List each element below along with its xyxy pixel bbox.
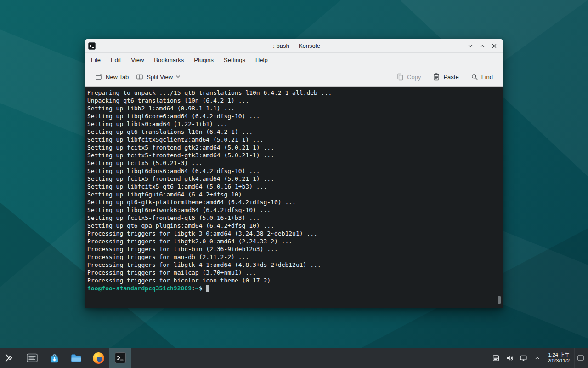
- konsole-icon: [114, 352, 126, 364]
- konsole-window: ~ : bash — Konsole File Edit View Bookma…: [85, 39, 503, 308]
- terminal-line: Setting up libqt6dbus6:amd64 (6.4.2+dfsg…: [87, 167, 497, 175]
- caret-up-icon: [534, 355, 541, 362]
- terminal-output[interactable]: Preparing to unpack .../15-qt6-translati…: [85, 87, 503, 308]
- toolbar-right-group: Copy Paste Find: [393, 70, 497, 83]
- copy-icon: [396, 73, 404, 80]
- minimize-button[interactable]: [466, 42, 475, 50]
- terminal-line: Processing triggers for libc-bin (2.36-9…: [87, 245, 497, 253]
- split-view-button[interactable]: Split View: [132, 70, 184, 83]
- terminal-line: Setting up fcitx5-frontend-qt6 (5.0.16-1…: [87, 214, 497, 222]
- menu-plugins[interactable]: Plugins: [190, 54, 218, 66]
- new-tab-label: New Tab: [106, 74, 129, 80]
- show-desktop-icon: [577, 354, 584, 362]
- prompt-path: ~: [195, 284, 199, 292]
- scrollbar-thumb[interactable]: [498, 296, 501, 304]
- terminal-line: Setting up fcitx5 (5.0.21-3) ...: [87, 159, 497, 167]
- find-button[interactable]: Find: [467, 70, 497, 83]
- prompt-user-host: foo@foo-standardpcq35ich92009: [87, 284, 192, 292]
- prompt-symbol: $: [199, 284, 203, 292]
- terminal-line: Processing triggers for man-db (2.11.2-2…: [87, 253, 497, 261]
- close-button[interactable]: [490, 42, 498, 50]
- window-title: ~ : bash — Konsole: [85, 42, 503, 49]
- chevron-down-icon: [176, 75, 180, 78]
- terminal-line: Setting up fcitx5-frontend-gtk2:amd64 (5…: [87, 144, 497, 151]
- taskbar-pager-button[interactable]: [21, 348, 43, 368]
- menu-edit[interactable]: Edit: [107, 54, 125, 66]
- notifications-tray-button[interactable]: [491, 351, 502, 364]
- menu-file[interactable]: File: [87, 54, 105, 66]
- display-tray-button[interactable]: [518, 351, 529, 364]
- terminal-line: Preparing to unpack .../15-qt6-translati…: [87, 89, 497, 97]
- titlebar[interactable]: ~ : bash — Konsole: [85, 39, 503, 53]
- terminal-line: Setting up libqt6gui6:amd64 (6.4.2+dfsg-…: [87, 190, 497, 198]
- terminal-cursor: [206, 285, 209, 292]
- terminal-line: Processing triggers for libgtk2.0-0:amd6…: [87, 237, 497, 245]
- display-icon: [520, 354, 527, 362]
- terminal-lines: Preparing to unpack .../15-qt6-translati…: [87, 89, 497, 284]
- terminal-scrollbar[interactable]: [497, 88, 502, 307]
- maximize-button[interactable]: [478, 42, 486, 50]
- copy-label: Copy: [407, 74, 421, 80]
- discover-icon: [49, 352, 60, 364]
- menu-help[interactable]: Help: [251, 54, 272, 66]
- pager-icon: [26, 352, 38, 364]
- volume-icon: [506, 354, 514, 362]
- terminal-line: Setting up libts0:amd64 (1.22-1+b1) ...: [87, 120, 497, 128]
- new-tab-icon: [95, 73, 102, 80]
- system-tray: [491, 351, 543, 364]
- find-icon: [471, 73, 478, 80]
- desktop[interactable]: ~ : bash — Konsole File Edit View Bookma…: [0, 0, 588, 368]
- menubar: File Edit View Bookmarks Plugins Setting…: [85, 53, 503, 67]
- prompt-separator: :: [192, 284, 195, 292]
- terminal-line: Setting up libqt6core6:amd64 (6.4.2+dfsg…: [87, 112, 497, 120]
- find-label: Find: [481, 74, 493, 80]
- firefox-icon: [93, 352, 104, 364]
- prompt-line: foo@foo-standardpcq35ich92009:~$: [87, 284, 497, 292]
- menu-bookmarks[interactable]: Bookmarks: [150, 54, 188, 66]
- terminal-line: Setting up fcitx5-frontend-gtk3:amd64 (5…: [87, 151, 497, 159]
- volume-tray-button[interactable]: [504, 351, 515, 364]
- split-view-label: Split View: [147, 74, 173, 80]
- terminal-line: Processing triggers for hicolor-icon-the…: [87, 276, 497, 284]
- window-controls: [466, 42, 503, 50]
- expand-tray-button[interactable]: [532, 351, 543, 364]
- terminal-line: Setting up qt6-qpa-plugins:amd64 (6.4.2+…: [87, 222, 497, 230]
- terminal-line: Setting up qt6-translations-l10n (6.4.2-…: [87, 128, 497, 136]
- new-tab-button[interactable]: New Tab: [91, 70, 132, 83]
- clock-date: 2023/11/2: [548, 358, 570, 364]
- terminal-line: Processing triggers for mailcap (3.70+nm…: [87, 269, 497, 276]
- terminal-line: Setting up libfcitx5-qt6-1:amd64 (5.0.16…: [87, 183, 497, 190]
- paste-label: Paste: [443, 74, 458, 80]
- terminal-line: Setting up fcitx5-frontend-gtk4:amd64 (5…: [87, 175, 497, 183]
- application-launcher-button[interactable]: [0, 348, 18, 368]
- terminal-line: Unpacking qt6-translations-l10n (6.4.2-1…: [87, 97, 497, 104]
- taskbar-konsole-button[interactable]: [109, 348, 131, 368]
- paste-icon: [433, 73, 440, 80]
- terminal-line: Setting up libb2-1:amd64 (0.98.1-1.1) ..…: [87, 104, 497, 112]
- copy-button[interactable]: Copy: [393, 70, 424, 83]
- application-launcher-icon: [4, 352, 15, 363]
- menu-view[interactable]: View: [127, 54, 148, 66]
- taskbar-firefox-button[interactable]: [87, 348, 109, 368]
- terminal-line: Setting up libqt6network6:amd64 (6.4.2+d…: [87, 206, 497, 214]
- paste-button[interactable]: Paste: [429, 70, 462, 83]
- terminal-line: Processing triggers for libgtk-4-1:amd64…: [87, 261, 497, 269]
- toolbar: New Tab Split View Co: [85, 67, 503, 87]
- taskbar-file-manager-button[interactable]: [65, 348, 87, 368]
- terminal-line: Setting up libfcitx5gclient2:amd64 (5.0.…: [87, 136, 497, 144]
- notifications-icon: [492, 354, 500, 362]
- terminal-line: Processing triggers for libgtk-3-0:amd64…: [87, 230, 497, 237]
- show-desktop-button[interactable]: [574, 348, 586, 368]
- file-manager-icon: [70, 352, 82, 364]
- menu-settings[interactable]: Settings: [220, 54, 249, 66]
- split-view-icon: [136, 73, 143, 80]
- terminal-line: Setting up qt6-gtk-platformtheme:amd64 (…: [87, 198, 497, 206]
- clock-time: 1:24 上午: [548, 352, 570, 358]
- clock[interactable]: 1:24 上午 2023/11/2: [548, 352, 570, 364]
- taskbar: 1:24 上午 2023/11/2: [0, 348, 588, 368]
- taskbar-discover-button[interactable]: [43, 348, 65, 368]
